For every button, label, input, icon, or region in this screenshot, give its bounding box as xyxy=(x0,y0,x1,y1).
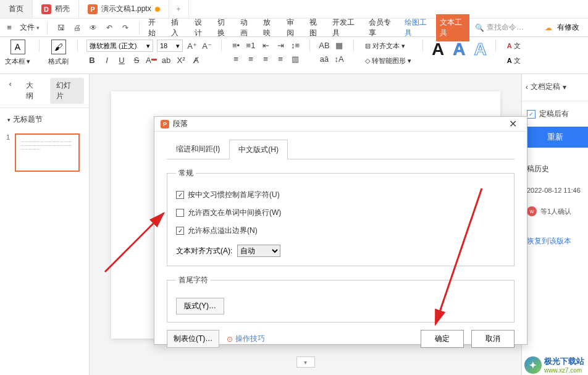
save-icon[interactable]: 🖫 xyxy=(56,23,66,33)
wordart-a2[interactable]: A xyxy=(453,40,465,59)
tab-home[interactable]: 首页 xyxy=(0,0,33,18)
pager[interactable]: ▾ xyxy=(296,356,315,368)
divider xyxy=(221,40,222,52)
file-menu[interactable]: 文件 ▾ xyxy=(16,21,43,34)
rp-after-finalize-check[interactable]: ✓ 定稿后有 xyxy=(522,105,588,123)
mtab-vip[interactable]: 会员专享 xyxy=(364,14,400,41)
textbox-icon: A xyxy=(10,40,25,54)
mtab-review[interactable]: 审阅 xyxy=(282,14,304,41)
clear-format-button[interactable]: A̸ xyxy=(190,54,201,65)
mtab-insert[interactable]: 插入 xyxy=(166,14,189,41)
align-text-button[interactable]: ⊟对齐文本▾ xyxy=(363,40,414,52)
char-spacing-icon[interactable]: aā xyxy=(319,53,330,64)
font-color-button[interactable]: A xyxy=(146,54,157,65)
svg-line-0 xyxy=(105,213,164,272)
mtab-text-tools[interactable]: 文本工具 xyxy=(436,14,470,41)
smart-shape-icon: ◇ xyxy=(365,57,370,65)
indent-dec-icon[interactable]: ⇤ xyxy=(260,40,271,51)
divider xyxy=(77,40,78,52)
superscript-button[interactable]: X² xyxy=(175,54,187,65)
watermark-logo-icon: ✦ xyxy=(524,356,542,374)
font-group: 微软雅黑 (正文)▾ 18▾ A⁺ A⁻ B I U S A ab X² A̸ xyxy=(86,40,212,65)
section-title[interactable]: 无标题节 xyxy=(0,108,89,131)
regen-button[interactable]: 重新 xyxy=(522,127,588,148)
collapse-icon[interactable]: ‹ xyxy=(5,78,16,89)
rp-person-label: 等1人确认 xyxy=(540,207,571,216)
grow-font-icon[interactable]: A⁺ xyxy=(187,40,198,51)
watermark-url: www.xz7.com xyxy=(544,367,584,374)
rp-header[interactable]: ‹文档定稿▾ xyxy=(522,79,588,95)
text-outline-button[interactable]: A文 xyxy=(505,54,523,67)
undo-icon[interactable]: ↶ xyxy=(104,23,114,33)
brush-icon: 🖌 xyxy=(51,40,66,54)
checkbox-icon xyxy=(176,209,184,217)
dtab-chinese[interactable]: 中文版式(H) xyxy=(229,140,288,159)
close-button[interactable]: ✕ xyxy=(505,117,521,131)
slide-thumbnail[interactable]: — — — — — — — — — — — — — — — — — — — — … xyxy=(15,133,80,172)
wordart-a1[interactable]: A xyxy=(432,40,444,59)
mtab-transition[interactable]: 切换 xyxy=(212,14,235,41)
mtab-animation[interactable]: 动画 xyxy=(235,14,258,41)
highlight-button[interactable]: ab xyxy=(161,54,172,65)
mtab-design[interactable]: 设计 xyxy=(190,14,212,41)
font-select[interactable]: 微软雅黑 (正文)▾ xyxy=(86,40,153,52)
textbox-group[interactable]: A 文本框▾ xyxy=(5,40,30,66)
wordart-styles[interactable]: A A A xyxy=(432,40,487,59)
tab-docer[interactable]: D 稻壳 xyxy=(33,0,79,18)
divider xyxy=(309,40,310,52)
tip-link[interactable]: 操作技巧 xyxy=(227,334,265,344)
align-right-icon[interactable]: ≡ xyxy=(260,53,271,64)
format-painter-label: 格式刷 xyxy=(48,57,69,66)
checkbox-icon: ✓ xyxy=(176,227,184,235)
mtab-view[interactable]: 视图 xyxy=(304,14,327,41)
text-fill-button[interactable]: A文 xyxy=(505,40,523,52)
indent-inc-icon[interactable]: ⇥ xyxy=(275,40,286,51)
app-menu-icon[interactable]: ≡ xyxy=(4,22,15,33)
outline-tab[interactable]: 大纲 xyxy=(20,78,46,104)
mtab-show[interactable]: 放映 xyxy=(258,14,281,41)
preview-icon[interactable]: 👁 xyxy=(88,23,98,33)
shrink-font-icon[interactable]: A⁻ xyxy=(201,40,212,51)
align-justify-icon[interactable]: ≡ xyxy=(275,53,286,64)
align-left-icon[interactable]: ≡ xyxy=(230,53,242,64)
slide-number: 1 xyxy=(4,133,12,141)
search-placeholder: 查找命令… xyxy=(487,22,524,33)
print-icon[interactable]: 🖨 xyxy=(72,23,82,33)
align-center-icon[interactable]: ≡ xyxy=(245,53,256,64)
mtab-drawing-tools[interactable]: 绘图工具 xyxy=(400,14,436,41)
bullets-icon[interactable]: ≡• xyxy=(230,40,242,51)
paragraph-group: ≡• ≡1 ⇤ ⇥ ↕≡ ≡ ≡ ≡ ≡ ▥ xyxy=(230,40,301,64)
cloud-icon[interactable]: ☁ xyxy=(545,23,552,32)
underline-button[interactable]: U xyxy=(116,54,127,65)
linespace-icon[interactable]: ↕≡ xyxy=(290,40,301,51)
arrow-annotation-right xyxy=(420,185,488,334)
dtab-indent[interactable]: 缩进和间距(I) xyxy=(167,139,229,159)
char-direction-icon[interactable]: ↕A xyxy=(334,53,345,64)
divider xyxy=(39,40,40,52)
char-shading-icon[interactable]: ▦ xyxy=(334,40,345,51)
numbering-icon[interactable]: ≡1 xyxy=(245,40,256,51)
divider xyxy=(139,22,140,34)
strike-button[interactable]: S xyxy=(131,54,142,65)
wordart-a3[interactable]: A xyxy=(474,40,486,59)
search-box[interactable]: 🔍 查找命令… xyxy=(471,20,539,35)
dialog-title: 段落 xyxy=(173,119,188,129)
tab-stops-button[interactable]: 制表位(T)… xyxy=(167,330,219,348)
modified-label: 有修改 xyxy=(557,22,579,33)
char-border-icon[interactable]: AB xyxy=(319,40,330,51)
mtab-start[interactable]: 开始 xyxy=(143,14,166,41)
restore-link[interactable]: 恢复到该版本 xyxy=(522,225,588,246)
ppt-icon: P xyxy=(88,4,98,14)
redo-icon[interactable]: ↷ xyxy=(120,23,130,33)
columns-icon[interactable]: ▥ xyxy=(290,53,301,64)
align-select[interactable]: 自动 xyxy=(237,245,280,257)
format-painter-group[interactable]: 🖌 格式刷 xyxy=(48,40,69,66)
bold-button[interactable]: B xyxy=(86,54,98,65)
italic-button[interactable]: I xyxy=(101,54,112,65)
size-select[interactable]: 18▾ xyxy=(157,40,183,52)
slides-tab[interactable]: 幻灯片 xyxy=(50,78,84,104)
svg-line-1 xyxy=(435,188,482,324)
smart-shape-button[interactable]: ◇转智能图形▾ xyxy=(363,54,414,67)
mtab-dev[interactable]: 开发工具 xyxy=(327,14,364,41)
format-button[interactable]: 版式(Y)… xyxy=(176,298,224,314)
